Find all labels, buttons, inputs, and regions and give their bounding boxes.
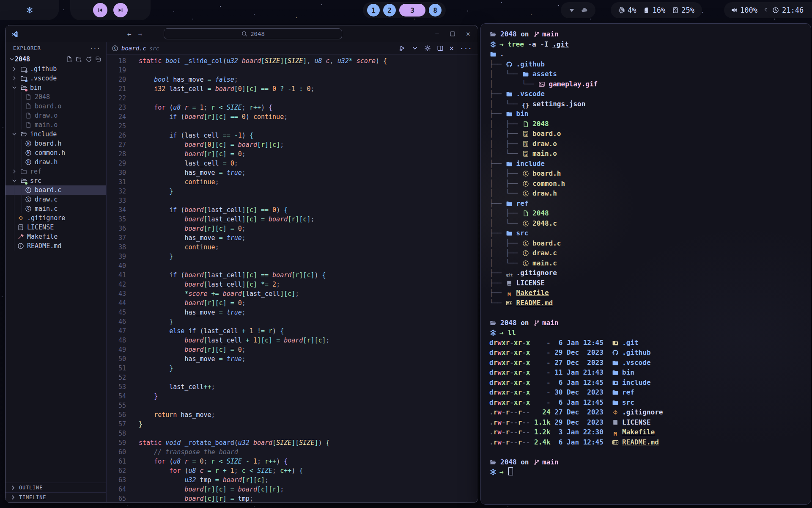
folder-fill-icon (506, 110, 513, 117)
h-circle-icon: H (25, 140, 32, 147)
timeline-section[interactable]: TIMELINE (5, 492, 106, 502)
line-number: 23 (107, 103, 126, 112)
workspace-2[interactable]: 2 (383, 4, 396, 17)
svg-text:C: C (114, 46, 116, 50)
nav-back-button[interactable]: ← (127, 30, 132, 38)
code-line: 62 for (u8 c = r + 1; c < SIZE; c++) { (107, 466, 478, 475)
explorer-item-ref[interactable]: ref (5, 167, 106, 176)
new-folder-icon[interactable] (76, 56, 82, 63)
book-icon (506, 280, 513, 287)
tab-board-c[interactable]: C board.c src (112, 45, 159, 52)
code-editor[interactable]: 18static bool _slide_col(u32 board[SIZE]… (107, 55, 478, 502)
explorer-item-draw.h[interactable]: Hdraw.h (5, 157, 106, 167)
explorer-item-main.o[interactable]: main.o (5, 120, 106, 130)
skip-back-button[interactable] (93, 3, 107, 17)
line-number: 38 (107, 243, 126, 252)
maximize-button[interactable] (449, 30, 456, 37)
explorer-sidebar: EXPLORER ··· 2048 .github.vscodebin2048b… (5, 42, 107, 502)
workspace-3[interactable]: 3 (399, 4, 425, 17)
c-file-icon: C (112, 45, 118, 52)
explorer-item-label: draw.o (35, 112, 58, 119)
svg-text:C: C (27, 188, 29, 192)
explorer-item-bin[interactable]: bin (5, 83, 106, 92)
refresh-icon[interactable] (85, 56, 92, 63)
folder-icon (20, 75, 27, 82)
explorer-item-label: Makefile (27, 233, 58, 240)
vscode-titlebar[interactable]: ← → 2048 ─ × (5, 25, 478, 42)
line-number: 31 (107, 177, 126, 187)
chev-down-icon[interactable] (411, 45, 418, 52)
code-line: 45 has_move = true; (107, 308, 478, 317)
svg-text:C: C (524, 261, 527, 265)
explorer-item-board.o[interactable]: board.o (5, 102, 106, 111)
more-actions-button[interactable]: ··· (460, 44, 472, 52)
line-number: 42 (107, 280, 126, 289)
terminal-ll-row: drwxr-xr-x - 6 Jan 12:45 src (489, 398, 807, 408)
outline-section[interactable]: OUTLINE (5, 483, 106, 492)
explorer-root-folder[interactable]: 2048 (5, 54, 106, 64)
code-line: 23 for (u8 r = 1; r < SIZE; r++) { (107, 103, 478, 112)
terminal-ll-row: drwxr-xr-x - 27 Dec 2023 .vscode (489, 358, 807, 368)
time: 21:46 (782, 6, 804, 14)
explorer-item-Makefile[interactable]: Makefile (5, 232, 106, 241)
explorer-item-board.c[interactable]: Cboard.c (5, 185, 106, 195)
explorer-item-.github[interactable]: .github (5, 64, 106, 74)
line-number: 55 (107, 401, 126, 410)
code-line: 55 (107, 401, 478, 410)
close-button[interactable]: × (466, 30, 470, 38)
code-line: 24 if (board[r][c] == 0) continue; (107, 112, 478, 121)
braces-icon: {} (522, 102, 529, 108)
gear-icon[interactable] (424, 45, 431, 52)
code-line: 53 last_cell++; (107, 382, 478, 392)
explorer-item-README.md[interactable]: README.md (5, 241, 106, 251)
weather-indicator[interactable] (561, 2, 595, 18)
cpu-icon (618, 7, 625, 14)
terminal-line: ├── git.gitignore (489, 268, 807, 278)
code-line: 51 } (107, 364, 478, 373)
volume-control[interactable]: 100% (731, 6, 757, 14)
workspace-1[interactable]: 1 (367, 4, 380, 17)
run-icon[interactable] (399, 45, 406, 52)
code-line: 28 board[r][c] = 0; (107, 149, 478, 159)
svg-text:H: H (27, 160, 29, 164)
nav-forward-button[interactable]: → (138, 30, 143, 38)
nix-snowflake-icon (489, 329, 497, 336)
explorer-item-label: bin (30, 84, 41, 91)
explorer-item-common.h[interactable]: Hcommon.h (5, 148, 106, 157)
explorer-item-LICENSE[interactable]: LICENSE (5, 223, 106, 232)
code-line: 22 (107, 94, 478, 103)
explorer-item-main.c[interactable]: Cmain.c (5, 204, 106, 213)
signal-wedge-icon (568, 7, 575, 14)
collapse-all-icon[interactable] (95, 56, 102, 63)
explorer-item-draw.c[interactable]: Cdraw.c (5, 195, 106, 204)
minimize-button[interactable]: ─ (435, 30, 439, 37)
workspace-8[interactable]: 8 (429, 4, 442, 17)
explorer-item-include[interactable]: include (5, 130, 106, 139)
explorer-item-label: .github (30, 65, 57, 73)
clock[interactable]: 21:46 (766, 2, 812, 18)
code-line: 41 if (board[last_cell][c] == board[r][c… (107, 271, 478, 280)
explorer-item-label: common.h (35, 149, 65, 157)
explorer-item-.vscode[interactable]: .vscode (5, 74, 106, 83)
explorer-more-button[interactable]: ··· (90, 45, 100, 52)
launcher-button[interactable] (0, 0, 59, 20)
close-editor-button[interactable]: × (450, 44, 454, 52)
explorer-item-2048[interactable]: 2048 (5, 92, 106, 102)
explorer-item-src[interactable]: src (5, 176, 106, 185)
terminal-ll-row: drwxr-xr-x - 29 Dec 2023 .github (489, 348, 807, 358)
line-number: 57 (107, 420, 126, 429)
explorer-item-.gitignore[interactable]: .gitignore (5, 213, 106, 223)
editor-pane: C board.c src ×··· 18static bool _slide_… (107, 42, 478, 502)
workspace-switcher: 1238 (363, 2, 446, 18)
split-editor-icon[interactable] (437, 45, 444, 52)
chev-down-icon (11, 177, 17, 184)
code-line: 43 *score += board[last_cell][c]; (107, 289, 478, 298)
new-file-icon[interactable] (66, 56, 73, 63)
command-center-search[interactable]: 2048 (164, 28, 342, 39)
explorer-item-board.h[interactable]: Hboard.h (5, 139, 106, 148)
skip-forward-button[interactable] (113, 3, 128, 17)
svg-text:C: C (27, 207, 29, 211)
explorer-item-draw.o[interactable]: draw.o (5, 111, 106, 120)
terminal-window[interactable]: 2048 on main→ tree -a -I .git.├── .githu… (480, 23, 811, 505)
code-line: 27 board[0][c] = board[r][c]; (107, 140, 478, 149)
